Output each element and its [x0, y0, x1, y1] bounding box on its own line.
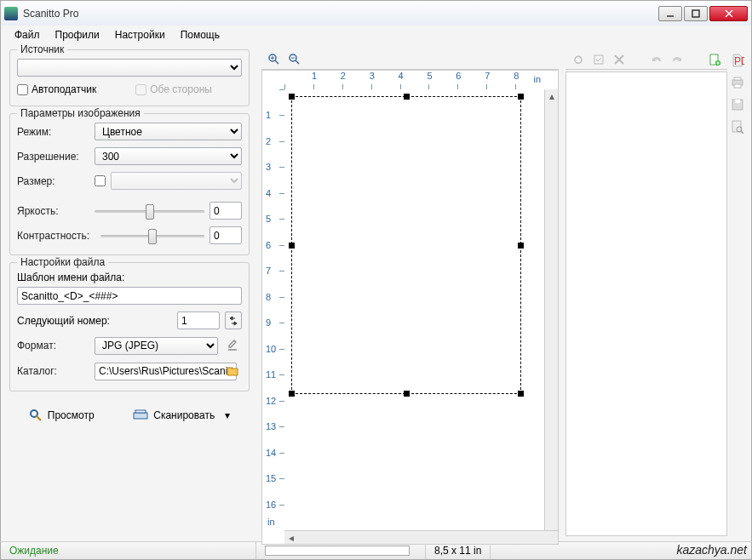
export-search-icon — [728, 117, 747, 136]
autofeeder-label: Автоподатчик — [32, 83, 96, 95]
svg-line-5 — [37, 416, 41, 420]
image-params-legend: Параметры изображения — [17, 107, 144, 119]
export-print-icon — [728, 73, 747, 92]
duplex-label: Обе стороны — [150, 83, 212, 95]
status-progress — [256, 542, 426, 559]
titlebar: Scanitto Pro — [0, 0, 752, 26]
contrast-slider[interactable] — [100, 227, 204, 244]
preview-label: Просмотр — [48, 409, 95, 421]
template-input[interactable] — [17, 287, 242, 305]
watermark: kazachya.net — [677, 543, 748, 557]
menu-help[interactable]: Помощь — [174, 27, 227, 43]
brightness-slider[interactable] — [95, 203, 204, 220]
next-number-label: Следующий номер: — [17, 315, 172, 327]
format-select[interactable]: JPG (JPEG) — [95, 337, 218, 355]
status-dimensions: 8,5 x 11 in — [426, 542, 491, 559]
preview-button[interactable]: Просмотр — [20, 405, 103, 426]
edit-button — [589, 50, 608, 69]
app-icon — [4, 7, 18, 20]
maximize-button[interactable] — [684, 6, 708, 21]
file-settings-group: Настройки файла Шаблон имени файла: След… — [9, 262, 250, 391]
ruler-horizontal: 12345678 — [284, 71, 544, 89]
svg-line-9 — [275, 60, 278, 64]
redo-button — [668, 50, 686, 69]
svg-line-30 — [741, 131, 743, 134]
status-state: Ожидание — [1, 542, 256, 559]
svg-point-4 — [31, 410, 37, 417]
export-icons: PDF — [727, 49, 748, 536]
browse-folder-button[interactable] — [223, 362, 242, 380]
svg-line-13 — [296, 60, 299, 64]
preview-panel: 12345678 in 12345678910111213141516 in ▴… — [258, 44, 562, 541]
duplex-checkbox — [135, 84, 146, 95]
size-label: Размер: — [17, 175, 89, 187]
menu-settings[interactable]: Настройки — [108, 27, 172, 43]
resolution-select[interactable]: 300 — [95, 147, 242, 165]
magnifier-icon — [29, 409, 43, 422]
minimize-button[interactable] — [658, 6, 682, 21]
source-group: Источник Автоподатчик Обе стороны — [9, 49, 250, 106]
size-checkbox[interactable] — [95, 175, 106, 186]
thumbnails-panel: PDF — [562, 44, 751, 541]
mode-select[interactable]: Цветное — [95, 123, 242, 140]
brightness-value[interactable] — [210, 202, 242, 220]
ruler-vertical: 12345678910111213141516 — [262, 89, 284, 530]
svg-rect-15 — [594, 55, 603, 64]
format-settings-button[interactable] — [223, 336, 242, 355]
export-pdf-icon: PDF — [728, 51, 747, 70]
delete-button — [610, 50, 629, 69]
thumbnails-area[interactable] — [565, 71, 727, 536]
undo-button — [647, 50, 666, 69]
size-select — [111, 172, 242, 190]
menubar: Файл Профили Настройки Помощь — [0, 26, 752, 44]
zoom-out-button[interactable] — [285, 50, 304, 69]
svg-rect-1 — [692, 10, 699, 17]
resolution-label: Разрешение: — [17, 151, 89, 163]
source-select[interactable] — [17, 59, 242, 77]
preview-canvas[interactable]: 12345678 in 12345678910111213141516 in ▴… — [261, 70, 559, 545]
settings-panel: Источник Автоподатчик Обе стороны Параме… — [1, 44, 258, 541]
svg-rect-24 — [734, 77, 741, 80]
menu-profiles[interactable]: Профили — [49, 27, 106, 43]
catalog-input[interactable] — [95, 363, 237, 380]
preview-toolbar — [261, 49, 559, 70]
file-settings-legend: Настройки файла — [17, 256, 108, 268]
zoom-in-button[interactable] — [265, 50, 284, 69]
autofeeder-checkbox[interactable] — [17, 84, 28, 95]
rotate-button — [569, 50, 588, 69]
svg-rect-7 — [135, 410, 146, 413]
ruler-v-unit: in — [267, 517, 275, 527]
format-label: Формат: — [17, 340, 89, 351]
source-legend: Источник — [17, 43, 67, 55]
brightness-label: Яркость: — [17, 205, 89, 217]
scan-area[interactable] — [291, 96, 521, 394]
chevron-down-icon: ▾ — [225, 409, 230, 421]
template-label: Шаблон имени файла: — [17, 271, 242, 283]
svg-rect-27 — [735, 100, 740, 103]
progress-bar — [265, 546, 410, 556]
refresh-number-button[interactable] — [225, 311, 242, 329]
svg-text:PDF: PDF — [734, 55, 744, 67]
contrast-value[interactable] — [210, 226, 242, 244]
action-buttons: Просмотр Сканировать ▾ — [9, 398, 250, 429]
add-page-button[interactable] — [705, 50, 724, 69]
thumbnails-toolbar — [565, 49, 727, 70]
scanner-icon — [133, 409, 148, 421]
catalog-label: Каталог: — [17, 365, 89, 377]
window-title: Scanitto Pro — [23, 8, 658, 20]
export-save-icon — [728, 95, 747, 114]
scan-label: Сканировать — [153, 409, 215, 421]
menu-file[interactable]: Файл — [8, 27, 47, 43]
close-button[interactable] — [709, 6, 748, 21]
svg-rect-25 — [734, 84, 741, 88]
contrast-label: Контрастность: — [17, 230, 95, 242]
svg-rect-6 — [134, 413, 147, 419]
mode-label: Режим: — [17, 126, 89, 138]
scrollbar-horizontal[interactable]: ◂ — [284, 530, 558, 544]
image-params-group: Параметры изображения Режим: Цветное Раз… — [9, 113, 250, 255]
scan-button[interactable]: Сканировать ▾ — [124, 405, 238, 426]
ruler-h-unit: in — [533, 74, 541, 84]
scrollbar-vertical[interactable]: ▴ — [544, 89, 558, 530]
next-number-input[interactable] — [177, 311, 220, 329]
